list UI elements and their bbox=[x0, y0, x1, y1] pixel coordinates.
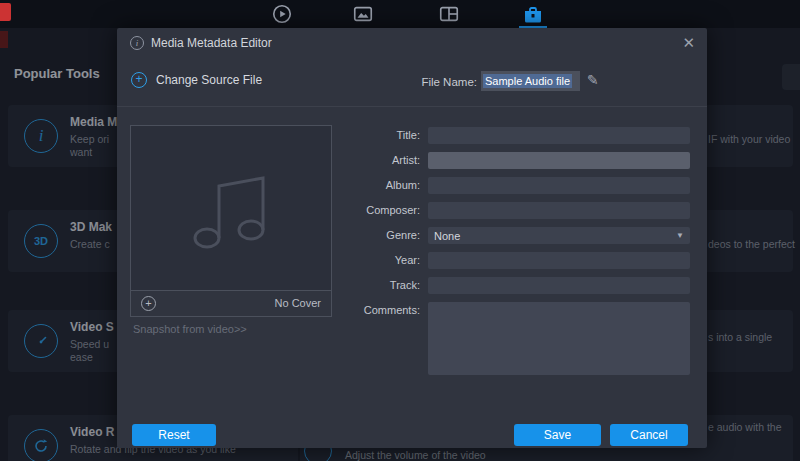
info-icon: i bbox=[130, 36, 144, 50]
reset-button[interactable]: Reset bbox=[132, 424, 216, 446]
logo-fragment bbox=[0, 3, 11, 21]
dialog-title: Media Metadata Editor bbox=[151, 36, 272, 50]
cancel-button[interactable]: Cancel bbox=[610, 424, 688, 446]
change-source-file-button[interactable]: + Change Source File bbox=[131, 72, 262, 88]
cover-actions-bar: + No Cover bbox=[130, 290, 332, 317]
close-icon[interactable]: ✕ bbox=[682, 34, 695, 52]
artist-label: Artist: bbox=[357, 152, 420, 169]
title-label: Title: bbox=[357, 127, 420, 144]
no-cover-label: No Cover bbox=[275, 297, 321, 309]
comments-label: Comments: bbox=[357, 302, 420, 319]
year-label: Year: bbox=[357, 252, 420, 269]
composer-label: Composer: bbox=[357, 202, 420, 219]
divider bbox=[117, 106, 707, 107]
composer-field[interactable] bbox=[428, 202, 690, 219]
track-label: Track: bbox=[357, 277, 420, 294]
mv-tab[interactable] bbox=[352, 3, 376, 25]
collage-icon bbox=[438, 3, 460, 25]
file-name-label: File Name: bbox=[417, 76, 477, 88]
mv-icon bbox=[352, 3, 374, 25]
cover-preview-box bbox=[130, 125, 332, 291]
collage-tab[interactable] bbox=[438, 3, 462, 25]
top-nav-bar bbox=[0, 0, 800, 28]
snapshot-from-video-link[interactable]: Snapshot from video>> bbox=[133, 323, 247, 335]
comments-field[interactable] bbox=[428, 302, 690, 375]
genre-value: None bbox=[434, 230, 460, 242]
toolbox-icon bbox=[521, 3, 545, 27]
file-name-input[interactable]: Sample Audio file bbox=[481, 71, 580, 91]
edit-pencil-icon[interactable]: ✎ bbox=[587, 72, 599, 88]
year-field[interactable] bbox=[428, 252, 690, 269]
play-circle-icon bbox=[271, 3, 293, 25]
title-field[interactable] bbox=[428, 127, 690, 144]
chevron-down-icon: ▼ bbox=[676, 231, 684, 240]
artist-field[interactable] bbox=[428, 152, 690, 169]
add-cover-button[interactable]: + bbox=[141, 296, 156, 311]
file-name-value: Sample Audio file bbox=[483, 74, 572, 88]
music-note-icon bbox=[183, 160, 279, 256]
plus-circle-icon: + bbox=[131, 72, 147, 88]
change-source-file-label: Change Source File bbox=[156, 73, 262, 87]
track-field[interactable] bbox=[428, 277, 690, 294]
genre-select[interactable]: None ▼ bbox=[428, 227, 690, 244]
album-field[interactable] bbox=[428, 177, 690, 194]
converter-tab[interactable] bbox=[271, 3, 295, 25]
metadata-editor-dialog: i Media Metadata Editor ✕ + Change Sourc… bbox=[117, 28, 707, 448]
genre-label: Genre: bbox=[357, 227, 420, 244]
album-label: Album: bbox=[357, 177, 420, 194]
save-button[interactable]: Save bbox=[514, 424, 601, 446]
toolbox-tab[interactable] bbox=[521, 3, 545, 25]
app-window: Popular Tools i Media M Keep ori want 3D… bbox=[0, 0, 800, 461]
